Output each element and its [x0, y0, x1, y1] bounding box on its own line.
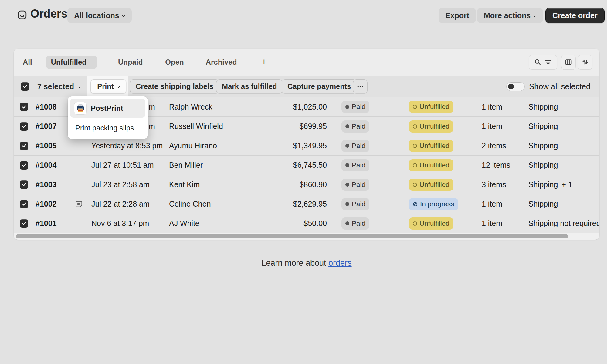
payment-status-cell: Paid — [327, 140, 397, 152]
menu-item-print-packing-slips[interactable]: Print packing slips — [68, 120, 148, 136]
bulk-actions-bar: 7 selected Print Create shipping labels … — [14, 76, 599, 97]
payment-status-badge: Paid — [341, 140, 369, 152]
paid-dot-icon — [345, 202, 349, 206]
more-actions-button[interactable]: More actions — [477, 8, 543, 23]
table-row[interactable]: #1002Jul 22 at 2:28 amCeline Chen$2,629.… — [14, 194, 599, 214]
sort-button[interactable] — [578, 55, 592, 70]
items-count: 12 items — [482, 161, 527, 170]
ellipsis-icon — [357, 83, 364, 90]
create-order-label: Create order — [552, 11, 598, 20]
payment-status-badge: Paid — [341, 120, 369, 133]
show-all-selected-label: Show all selected — [529, 76, 590, 97]
unfulfilled-ring-icon — [413, 163, 417, 167]
payment-status-label: Paid — [352, 142, 365, 150]
payment-status-label: Paid — [352, 181, 365, 189]
payment-status-label: Paid — [352, 123, 365, 130]
horizontal-scrollbar-track — [14, 233, 599, 240]
capture-payments-button[interactable]: Capture payments — [282, 79, 357, 93]
order-total: $1,349.95 — [245, 141, 327, 150]
delivery-method: Shipping — [527, 103, 599, 111]
chevron-down-icon — [116, 84, 120, 88]
tab-unfulfilled[interactable]: Unfulfilled — [46, 56, 97, 69]
fulfillment-status-badge: Unfulfilled — [409, 140, 453, 152]
unfulfilled-ring-icon — [413, 105, 417, 109]
create-shipping-labels-button[interactable]: Create shipping labels — [130, 79, 219, 93]
fulfillment-status-label: Unfulfilled — [419, 103, 449, 111]
add-view-button[interactable]: + — [261, 56, 267, 68]
more-bulk-actions-button[interactable] — [353, 79, 368, 93]
tab-unpaid[interactable]: Unpaid — [118, 58, 143, 66]
export-button[interactable]: Export — [439, 8, 476, 23]
filter-lines-icon — [544, 58, 552, 66]
delivery-method-label: Shipping not required — [528, 219, 599, 228]
print-dropdown-button[interactable]: Print — [90, 79, 126, 93]
fulfillment-status-label: Unfulfilled — [419, 161, 449, 169]
postprint-printer-icon — [74, 102, 86, 114]
customer-name: Ben Miller — [169, 161, 245, 170]
order-number: #1004 — [36, 161, 75, 170]
order-number: #1001 — [36, 219, 75, 228]
items-count: 1 item — [482, 219, 527, 228]
row-checkbox[interactable] — [20, 200, 28, 208]
fulfillment-status-badge: Unfulfilled — [409, 159, 453, 171]
fulfillment-status-cell: Unfulfilled — [397, 159, 482, 171]
items-count: 1 item — [482, 200, 527, 208]
order-total: $860.90 — [245, 180, 327, 189]
footer-text: Learn more about — [261, 258, 326, 268]
row-checkbox[interactable] — [20, 103, 28, 111]
orders-help-link[interactable]: orders — [328, 258, 352, 268]
payment-status-cell: Paid — [327, 179, 397, 191]
payment-status-cell: Paid — [327, 120, 397, 133]
order-number: #1002 — [36, 200, 75, 208]
customer-name: Celine Chen — [169, 200, 245, 208]
fulfillment-status-badge: Unfulfilled — [409, 101, 453, 113]
row-checkbox[interactable] — [20, 180, 28, 189]
order-total: $699.95 — [245, 122, 327, 131]
fulfillment-status-badge: In progress — [409, 198, 458, 210]
order-date: Jul 27 at 10:51 am — [90, 161, 169, 170]
unfulfilled-ring-icon — [413, 221, 417, 226]
delivery-method-label: Shipping — [528, 141, 558, 150]
tab-open[interactable]: Open — [165, 58, 184, 66]
table-row[interactable]: #1003Jul 23 at 2:58 amKent Kim$860.90Pai… — [14, 175, 599, 194]
search-icon — [534, 58, 542, 66]
unfulfilled-ring-icon — [413, 144, 417, 148]
horizontal-scrollbar-thumb[interactable] — [16, 234, 568, 238]
print-label: Print — [97, 82, 114, 91]
fulfillment-status-label: Unfulfilled — [419, 220, 449, 228]
fulfillment-status-label: Unfulfilled — [419, 123, 449, 130]
delivery-method-label: Shipping — [528, 122, 558, 130]
create-order-button[interactable]: Create order — [545, 8, 605, 23]
tab-all[interactable]: All — [23, 58, 32, 66]
row-checkbox[interactable] — [20, 219, 28, 228]
menu-item-postprint[interactable]: PostPrint — [70, 99, 145, 118]
table-row[interactable]: #1004Jul 27 at 10:51 amBen Miller$6,745.… — [14, 155, 599, 175]
order-number: #1005 — [36, 141, 75, 150]
fulfillment-status-cell: Unfulfilled — [397, 140, 482, 152]
row-checkbox[interactable] — [20, 142, 28, 150]
selected-count-dropdown[interactable]: 7 selected — [37, 76, 80, 97]
payment-status-badge: Paid — [341, 217, 369, 230]
delivery-method: Shipping — [527, 200, 599, 208]
show-all-selected-toggle[interactable] — [506, 82, 525, 91]
payment-status-badge: Paid — [341, 159, 369, 171]
delivery-method-label: Shipping — [528, 200, 558, 208]
export-label: Export — [445, 11, 469, 20]
location-selector-button[interactable]: All locations — [67, 8, 132, 23]
edit-columns-button[interactable] — [561, 55, 576, 70]
row-checkbox[interactable] — [20, 122, 28, 131]
table-row[interactable]: #1001Nov 6 at 3:17 pmAJ White$50.00PaidU… — [14, 214, 599, 233]
items-count: 3 items — [482, 180, 527, 189]
search-and-filter-button[interactable] — [529, 55, 557, 70]
fulfillment-status-cell: Unfulfilled — [397, 120, 482, 133]
in-progress-icon — [413, 202, 418, 207]
row-checkbox[interactable] — [20, 161, 28, 170]
delivery-method: Shipping — [527, 161, 599, 170]
delivery-method: Shipping not required — [527, 219, 599, 228]
payment-status-label: Paid — [352, 161, 365, 169]
select-all-checkbox[interactable] — [21, 82, 29, 91]
mark-as-fulfilled-button[interactable]: Mark as fulfilled — [216, 79, 283, 93]
order-date: Jul 23 at 2:58 am — [90, 180, 169, 189]
tab-archived[interactable]: Archived — [206, 58, 237, 66]
orders-page: Orders All locations Export More actions… — [0, 0, 607, 364]
